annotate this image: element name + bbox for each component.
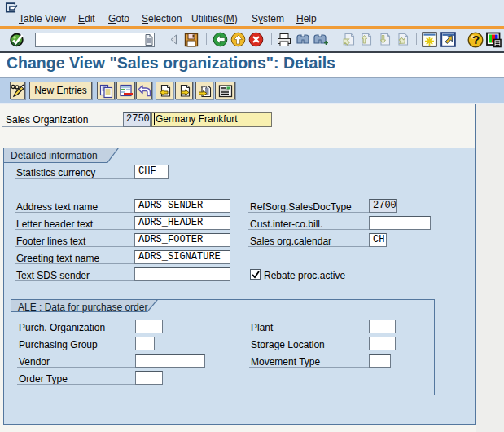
svg-text:?: ? (472, 33, 480, 46)
